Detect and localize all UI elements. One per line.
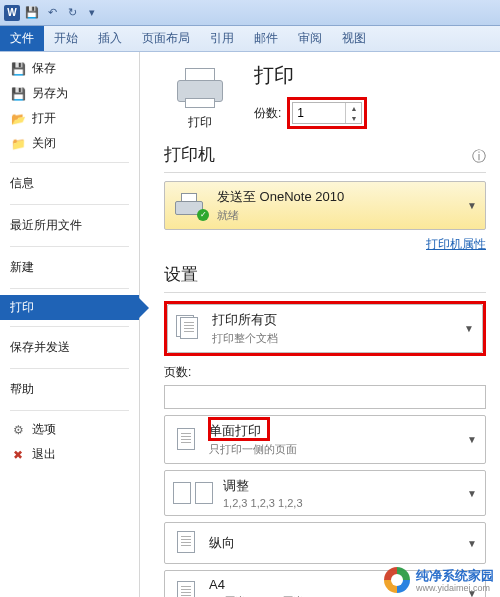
separator — [164, 292, 486, 293]
tab-home[interactable]: 开始 — [44, 26, 88, 51]
separator — [10, 204, 129, 205]
orientation-title: 纵向 — [209, 534, 457, 552]
separator — [10, 162, 129, 163]
separator — [10, 326, 129, 327]
tab-references[interactable]: 引用 — [200, 26, 244, 51]
folder-open-icon: 📂 — [10, 111, 26, 127]
separator — [10, 410, 129, 411]
highlight-box: 打印所有页 打印整个文档 ▼ — [164, 301, 486, 356]
backstage-nav: 💾保存 💾另存为 📂打开 📁关闭 信息 最近所用文件 新建 打印 保存并发送 帮… — [0, 52, 140, 597]
nav-label: 关闭 — [32, 135, 56, 152]
range-subtitle: 打印整个文档 — [212, 331, 454, 346]
watermark-url: www.yidaimei.com — [416, 583, 494, 593]
tab-mailings[interactable]: 邮件 — [244, 26, 288, 51]
title-bar: W 💾 ↶ ↻ ▾ — [0, 0, 500, 26]
exit-icon: ✖ — [10, 447, 26, 463]
nav-info[interactable]: 信息 — [0, 169, 139, 198]
qat-customize-icon[interactable]: ▾ — [84, 5, 100, 21]
folder-close-icon: 📁 — [10, 136, 26, 152]
spinner-up-icon[interactable]: ▲ — [346, 103, 361, 113]
printer-section-title: 打印机 — [164, 143, 486, 166]
simplex-subtitle: 只打印一侧的页面 — [209, 442, 457, 457]
nav-print[interactable]: 打印 — [0, 295, 139, 320]
printer-name: 发送至 OneNote 2010 — [217, 188, 457, 206]
pages-label: 页数: — [164, 364, 486, 381]
copies-input[interactable] — [293, 103, 345, 123]
print-backstage: 打印 打印 份数: ▲ ▼ — [140, 52, 500, 597]
print-button[interactable]: 打印 — [164, 62, 236, 131]
collate-subtitle: 1,2,3 1,2,3 1,2,3 — [223, 497, 457, 509]
print-button-label: 打印 — [164, 114, 236, 131]
print-range-selector[interactable]: 打印所有页 打印整个文档 ▼ — [167, 304, 483, 353]
simplex-selector[interactable]: 单面打印 只打印一侧的页面 ▼ — [164, 415, 486, 464]
highlight-box: ▲ ▼ — [287, 97, 367, 129]
chevron-down-icon[interactable]: ▼ — [467, 488, 477, 499]
app-icon: W — [4, 5, 20, 21]
copies-label: 份数: — [254, 105, 281, 122]
nav-help[interactable]: 帮助 — [0, 375, 139, 404]
nav-save-send[interactable]: 保存并发送 — [0, 333, 139, 362]
settings-section-title: 设置 — [164, 263, 486, 286]
nav-save-as[interactable]: 💾另存为 — [0, 81, 139, 106]
chevron-down-icon[interactable]: ▼ — [464, 323, 474, 334]
separator — [10, 288, 129, 289]
collate-selector[interactable]: 调整 1,2,3 1,2,3 1,2,3 ▼ — [164, 470, 486, 516]
simplex-title: 单面打印 — [209, 422, 457, 440]
save-disk-icon: 💾 — [10, 61, 26, 77]
separator — [164, 172, 486, 173]
separator — [10, 246, 129, 247]
printer-properties-link[interactable]: 打印机属性 — [164, 236, 486, 253]
chevron-down-icon[interactable]: ▼ — [467, 538, 477, 549]
nav-new[interactable]: 新建 — [0, 253, 139, 282]
pages-input[interactable] — [164, 385, 486, 409]
copies-spinner[interactable]: ▲ ▼ — [292, 102, 362, 124]
chevron-down-icon[interactable]: ▼ — [467, 200, 477, 211]
single-page-icon — [173, 426, 199, 454]
nav-label: 选项 — [32, 421, 56, 438]
chevron-down-icon[interactable]: ▼ — [467, 434, 477, 445]
range-title: 打印所有页 — [212, 311, 454, 329]
ribbon-tabs: 文件 开始 插入 页面布局 引用 邮件 审阅 视图 — [0, 26, 500, 52]
nav-label: 退出 — [32, 446, 56, 463]
tab-review[interactable]: 审阅 — [288, 26, 332, 51]
collate-icon — [173, 482, 213, 504]
page-size-icon — [173, 579, 199, 597]
nav-label: 打开 — [32, 110, 56, 127]
watermark: 纯净系统家园 www.yidaimei.com — [384, 567, 494, 593]
nav-label: 保存 — [32, 60, 56, 77]
document-pages-icon — [176, 315, 202, 343]
tab-insert[interactable]: 插入 — [88, 26, 132, 51]
tab-file[interactable]: 文件 — [0, 26, 44, 51]
printer-ready-icon: ✓ — [173, 193, 207, 219]
nav-options[interactable]: ⚙选项 — [0, 417, 139, 442]
nav-label: 打印 — [10, 299, 34, 316]
nav-save[interactable]: 💾保存 — [0, 56, 139, 81]
orientation-selector[interactable]: 纵向 ▼ — [164, 522, 486, 564]
options-icon: ⚙ — [10, 422, 26, 438]
printer-selector[interactable]: ✓ 发送至 OneNote 2010 就绪 ▼ — [164, 181, 486, 230]
nav-close[interactable]: 📁关闭 — [0, 131, 139, 156]
printer-icon — [171, 62, 229, 110]
watermark-logo-icon — [384, 567, 410, 593]
portrait-icon — [173, 529, 199, 557]
nav-label: 另存为 — [32, 85, 68, 102]
separator — [10, 368, 129, 369]
nav-recent[interactable]: 最近所用文件 — [0, 211, 139, 240]
nav-exit[interactable]: ✖退出 — [0, 442, 139, 467]
save-icon[interactable]: 💾 — [24, 5, 40, 21]
printer-status: 就绪 — [217, 208, 457, 223]
spinner-down-icon[interactable]: ▼ — [346, 113, 361, 123]
tab-page-layout[interactable]: 页面布局 — [132, 26, 200, 51]
print-heading: 打印 — [254, 62, 367, 89]
undo-icon[interactable]: ↶ — [44, 5, 60, 21]
info-icon[interactable]: ⓘ — [472, 148, 486, 166]
nav-open[interactable]: 📂打开 — [0, 106, 139, 131]
collate-title: 调整 — [223, 477, 457, 495]
tab-view[interactable]: 视图 — [332, 26, 376, 51]
redo-icon[interactable]: ↻ — [64, 5, 80, 21]
save-as-icon: 💾 — [10, 86, 26, 102]
